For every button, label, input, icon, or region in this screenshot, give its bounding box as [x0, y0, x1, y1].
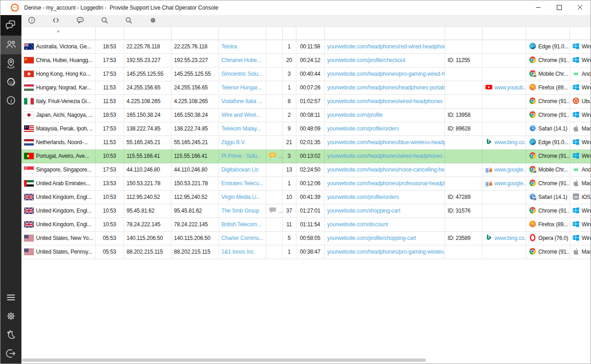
sidebar-item-visitors[interactable]	[0, 36, 21, 54]
cell-local-time: 17:53	[95, 67, 124, 81]
current-page-link[interactable]: yourwebsite.com/headphones/pro-gaming-wi…	[327, 249, 445, 255]
sidebar-item-chats[interactable]	[0, 15, 21, 36]
referrer-link[interactable]: www.bing.co...	[495, 235, 526, 241]
toolbar-item-find[interactable]	[101, 17, 111, 25]
current-page-link[interactable]: yourwebsite.com/profile	[327, 112, 383, 118]
visitor-row[interactable]: United States, New Yo...05:53140.115.206…	[21, 231, 591, 245]
toolbar-item-general-info[interactable]: i	[28, 17, 38, 25]
isp-link[interactable]: Emirates Teleco...	[222, 180, 264, 187]
visitor-row[interactable]: Hungary, Nograd, Kar...11:5324.255.156.6…	[21, 81, 591, 94]
cell-local-time: 17:53	[95, 163, 124, 177]
current-page-link[interactable]: yourwebsite.com/discount	[327, 221, 388, 228]
isp-link[interactable]: Telstra	[222, 43, 237, 50]
minimize-button[interactable]	[528, 0, 549, 15]
isp-link[interactable]: British Telecom...	[222, 221, 262, 228]
current-page-link[interactable]: yourwebsite.com/headphones/red-wired-hea…	[327, 43, 445, 50]
apple-icon	[572, 179, 580, 188]
visitor-row[interactable]: United States, Pennsy...05:5388.202.215.…	[21, 245, 591, 259]
visitor-row[interactable]: Portugal, Aveiro, Ave...10:53115.55.166.…	[21, 149, 591, 163]
column-header-isp[interactable]	[218, 27, 266, 40]
visitor-row[interactable]: Japan, Aichi, Nagoya, ...18:53165.150.38…	[21, 108, 591, 122]
isp-link[interactable]: Wire and Wirel...	[222, 112, 260, 118]
column-header-current_page[interactable]	[324, 27, 445, 40]
current-page-link[interactable]: yourwebsite.com/headphones/noise-cancell…	[327, 166, 445, 173]
current-page-link[interactable]: yourwebsite.com/profile/orders	[327, 125, 399, 132]
cell-isp: Telekom Malay...	[218, 122, 266, 135]
column-header-chat[interactable]	[266, 27, 282, 40]
toolbar-item-freeze-the-list[interactable]	[125, 17, 135, 25]
isp-link[interactable]: Digitalocean Llc	[222, 166, 259, 173]
referrer-link[interactable]: www.google...	[495, 166, 526, 173]
column-header-custom_fields[interactable]	[445, 27, 482, 40]
isp-link[interactable]: The Smb Group	[222, 208, 259, 214]
chat-answered-icon[interactable]	[269, 152, 276, 161]
cell-local-time: 10:53	[95, 218, 124, 231]
column-header-location[interactable]: ^	[21, 27, 95, 40]
isp-link[interactable]: Ziggo B.V.	[222, 139, 246, 146]
column-header-duration[interactable]	[296, 27, 324, 40]
isp-link[interactable]: Vodafone Italia ...	[222, 98, 262, 104]
isp-link[interactable]: Telenor Hungar...	[222, 84, 262, 91]
isp-link[interactable]: Charter Commu...	[222, 235, 264, 241]
location-pin-icon	[5, 57, 16, 70]
sidebar-item-menu[interactable]	[0, 289, 21, 307]
column-header-host[interactable]	[171, 27, 218, 40]
sidebar-item-operator[interactable]	[0, 73, 21, 92]
cell-referrer	[482, 245, 526, 259]
column-header-browser[interactable]	[526, 27, 570, 40]
current-page-link[interactable]: yourwebsite.com/headphones/pro-gaming-wi…	[327, 71, 445, 77]
isp-link[interactable]: 1&1 Ionos Inc.	[222, 249, 255, 255]
current-page-link[interactable]: yourwebsite.com/headphones/blue-wireless…	[327, 139, 445, 146]
current-page-link[interactable]: yourwebsite.com/headphones/headphones-po…	[327, 84, 445, 91]
referrer-link[interactable]: www.bing.co...	[495, 139, 526, 146]
visitor-row[interactable]: Italy, Friuli-Venezia Gi...11:534.225.10…	[21, 94, 591, 108]
chat-idle-icon[interactable]	[269, 207, 276, 215]
isp-link[interactable]: Pt Prime - Solu...	[222, 153, 261, 159]
maximize-button[interactable]	[549, 0, 570, 15]
visitor-row[interactable]: Hong Kong, Hong Ko...17:53145.255.125.55…	[21, 67, 591, 81]
visitor-row[interactable]: United Kingdom, Engl...10:5395.45.81.629…	[21, 204, 591, 218]
visitor-row[interactable]: China, Hubei, Huangg...17:53192.55.23.22…	[21, 53, 591, 67]
current-page-link[interactable]: yourwebsite.com/headphones/professional-…	[327, 180, 445, 187]
referrer-link[interactable]: www.youtub...	[495, 84, 526, 91]
cell-ip-address: 78.24.222.145	[124, 218, 171, 231]
toolbar-item-options[interactable]	[150, 17, 160, 25]
current-page-link[interactable]: yourwebsite.com/profile/shopping-cart	[327, 235, 416, 241]
visitor-row[interactable]: Netherlands, Noord-...11:5355.165.245.21…	[21, 135, 591, 149]
column-header-hits[interactable]	[282, 27, 296, 40]
column-header-referrer[interactable]	[482, 27, 526, 40]
current-page-link[interactable]: yourwebsite.com/headphones/wired-headpho…	[327, 98, 443, 104]
column-header-local_time[interactable]	[95, 27, 124, 40]
cell-hits: 21	[282, 135, 296, 149]
isp-link[interactable]: Virgin Media Li...	[222, 194, 261, 200]
referrer-link[interactable]: www.google...	[495, 180, 526, 187]
visitor-row[interactable]: Australia, Victoria, Ge...18:5322.225.76…	[21, 40, 591, 53]
cell-hits: 9	[282, 122, 296, 135]
sidebar-item-settings[interactable]	[0, 307, 21, 326]
toolbar-item-navigations[interactable]	[52, 17, 62, 25]
isp-link[interactable]: Simcentric Solu...	[222, 71, 263, 77]
sidebar-item-logout[interactable]	[0, 345, 21, 364]
visitor-row[interactable]: Malaysia, Perak, Ipoh, ...17:53138.222.7…	[21, 122, 591, 135]
isp-link[interactable]: Chinanet Hube...	[222, 57, 261, 63]
current-page-link[interactable]: yourwebsite.com/headphones/wired-headpho…	[327, 153, 443, 159]
visitor-row[interactable]: United Arab Emirates...13:53150.53.221.7…	[21, 177, 591, 190]
toolbar-item-proactive-chat[interactable]	[77, 17, 87, 25]
sidebar-item-night-mode[interactable]	[0, 326, 21, 345]
column-header-ip[interactable]	[124, 27, 171, 40]
cell-current-page: yourwebsite.com/headphones/blue-wireless…	[324, 135, 445, 149]
column-header-os[interactable]	[570, 27, 591, 40]
current-page-link[interactable]: yourwebsite.com/shopping-cart	[327, 208, 400, 214]
close-button[interactable]	[570, 0, 591, 15]
sidebar-item-location-pin[interactable]	[0, 54, 21, 73]
visitor-table: ^ Australia, Victoria, Ge...18:5322.225.…	[21, 27, 591, 259]
sidebar-item-info[interactable]: i	[0, 92, 21, 110]
visitor-row[interactable]: Singapore, Singapore...17:5344.110.246.8…	[21, 163, 591, 177]
current-page-link[interactable]: yourwebsite.com/profile/checkout	[327, 57, 405, 63]
visitor-row[interactable]: United Kingdom, Engl...10:5378.24.222.14…	[21, 218, 591, 231]
isp-link[interactable]: Telekom Malay...	[222, 125, 261, 132]
current-page-link[interactable]: yourwebsite.com/profile/orders	[327, 194, 399, 200]
horizontal-scrollbar-thumb[interactable]	[22, 359, 426, 362]
cell-current-page: yourwebsite.com/discount	[324, 218, 445, 231]
visitor-row[interactable]: United Kingdom, Engl...10:53112.95.240.5…	[21, 190, 591, 204]
